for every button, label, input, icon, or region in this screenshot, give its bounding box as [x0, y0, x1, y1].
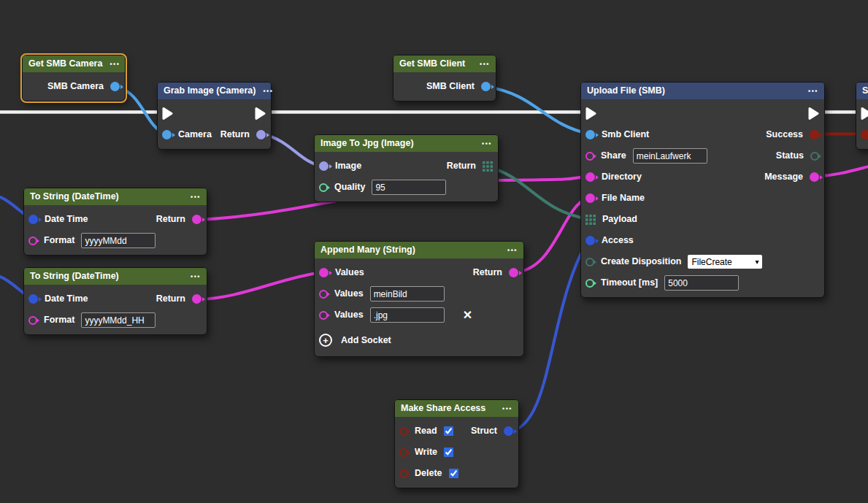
exec-in-pin-icon[interactable] — [861, 107, 868, 120]
exec-in-pin-icon[interactable] — [162, 107, 173, 120]
pin-label: SMB Camera — [47, 82, 104, 91]
input-pin-format[interactable] — [28, 237, 37, 245]
pin-label: Quality — [334, 183, 365, 192]
input-pin-create-disposition[interactable] — [585, 258, 594, 266]
pin-row: Access — [581, 230, 824, 251]
node-graph-canvas[interactable]: Get SMB Camera ••• SMB Camera Grab Image… — [0, 0, 868, 503]
pin-label: Format — [44, 315, 74, 325]
output-pin-return[interactable] — [509, 268, 518, 277]
node-header[interactable]: Append Many (String) ••• — [315, 242, 523, 258]
menu-dots-icon[interactable]: ••• — [110, 61, 120, 68]
pin-row: Quality — [315, 177, 498, 198]
node-header[interactable]: S — [856, 82, 868, 99]
input-pin-date-time[interactable] — [28, 215, 38, 224]
output-pin-return[interactable] — [192, 215, 201, 224]
input-pin-values-3[interactable] — [319, 311, 328, 320]
pin-label: Return — [156, 294, 185, 304]
pin-label: Delete — [415, 469, 442, 478]
input-pin-format[interactable] — [28, 316, 37, 325]
pin-row: Values Return — [315, 262, 523, 283]
grid-pin-return[interactable] — [483, 161, 493, 172]
node-title: Image To Jpg (Image) — [320, 139, 414, 148]
node-header[interactable]: To String (DateTime) ••• — [24, 268, 207, 285]
input-pin-share[interactable] — [585, 152, 594, 161]
input-pin-camera[interactable] — [162, 130, 172, 139]
node-grab-image[interactable]: Grab Image (Camera) ••• Camera Return — [157, 82, 272, 150]
input-pin-values-2[interactable] — [319, 290, 328, 299]
quality-input[interactable] — [372, 180, 446, 195]
menu-dots-icon[interactable]: ••• — [502, 405, 512, 412]
node-header[interactable]: Upload File (SMB) ••• — [581, 82, 824, 99]
output-pin-return[interactable] — [192, 294, 201, 304]
node-header[interactable]: Get SMB Camera ••• — [23, 55, 125, 72]
exec-out-pin-icon[interactable] — [808, 107, 819, 120]
menu-dots-icon[interactable]: ••• — [480, 61, 490, 68]
output-pin-smb-camera[interactable] — [110, 82, 120, 91]
menu-dots-icon[interactable]: ••• — [808, 88, 818, 95]
output-pin-status[interactable] — [810, 152, 819, 161]
input-pin-values-1[interactable] — [319, 268, 329, 277]
menu-dots-icon[interactable]: ••• — [191, 273, 201, 280]
node-title: S — [862, 86, 868, 96]
input-pin-write[interactable] — [399, 448, 408, 457]
output-pin-struct[interactable] — [504, 426, 513, 436]
delete-checkbox[interactable] — [449, 469, 458, 478]
input-pin-bool[interactable] — [861, 130, 868, 139]
node-title: Get SMB Client — [399, 59, 465, 69]
values-input-2[interactable] — [370, 286, 445, 302]
input-pin-smb-client[interactable] — [585, 130, 595, 139]
wire-grab-return-to-image[interactable] — [263, 134, 322, 166]
input-pin-read[interactable] — [399, 427, 408, 436]
menu-dots-icon[interactable]: ••• — [191, 193, 201, 201]
format-input[interactable] — [81, 233, 155, 248]
remove-socket-icon[interactable]: ✕ — [463, 310, 472, 321]
node-make-share-access[interactable]: Make Share Access ••• Read Struct Write … — [394, 399, 519, 488]
exec-out-pin-icon[interactable] — [255, 107, 266, 120]
grid-pin-payload[interactable] — [585, 215, 596, 225]
input-pin-quality[interactable] — [319, 183, 328, 192]
format-input[interactable] — [81, 312, 155, 328]
output-pin-success[interactable] — [810, 130, 819, 139]
exec-row — [158, 103, 271, 124]
input-pin-delete[interactable] — [399, 469, 408, 478]
share-input[interactable] — [633, 148, 707, 164]
pin-row: Values ✕ — [315, 304, 523, 326]
menu-dots-icon[interactable]: ••• — [482, 140, 492, 147]
node-header[interactable]: Get SMB Client ••• — [393, 55, 496, 72]
node-get-smb-client[interactable]: Get SMB Client ••• SMB Client — [393, 55, 496, 101]
create-disposition-select[interactable]: FileCreate ▾ — [688, 255, 762, 269]
input-pin-directory[interactable] — [585, 172, 595, 182]
exec-in-pin-icon[interactable] — [585, 107, 596, 120]
node-image-to-jpg[interactable]: Image To Jpg (Image) ••• Image Return Qu… — [314, 134, 499, 202]
input-pin-timeout[interactable] — [585, 279, 594, 288]
node-get-smb-camera[interactable]: Get SMB Camera ••• SMB Camera — [22, 55, 126, 101]
write-checkbox[interactable] — [444, 448, 453, 457]
add-socket-button[interactable]: + Add Socket — [319, 334, 391, 347]
input-pin-file-name[interactable] — [585, 193, 595, 203]
node-to-string-1[interactable]: To String (DateTime) ••• Date Time Retur… — [23, 188, 207, 256]
wire-tostring2-return-to-values[interactable] — [199, 272, 322, 299]
menu-dots-icon[interactable]: ••• — [263, 88, 273, 95]
node-append-many[interactable]: Append Many (String) ••• Values Return V… — [314, 241, 524, 357]
input-pin-access[interactable] — [585, 236, 595, 245]
wire-smb-client-to-smb-client[interactable] — [488, 87, 588, 134]
add-socket-row: + Add Socket — [315, 328, 523, 353]
input-pin-date-time[interactable] — [28, 294, 38, 304]
pin-row: Date Time Return — [24, 209, 207, 230]
output-pin-smb-client[interactable] — [481, 82, 491, 91]
menu-dots-icon[interactable]: ••• — [507, 247, 518, 254]
timeout-input[interactable] — [664, 275, 739, 291]
input-pin-image[interactable] — [319, 161, 329, 171]
node-header[interactable]: To String (DateTime) ••• — [24, 188, 207, 205]
node-header[interactable]: Image To Jpg (Image) ••• — [315, 135, 498, 152]
node-header[interactable]: Grab Image (Camera) ••• — [158, 82, 271, 99]
node-partial-right[interactable]: S — [856, 82, 868, 150]
read-checkbox[interactable] — [444, 426, 453, 436]
pin-label: Values — [334, 289, 364, 299]
node-header[interactable]: Make Share Access ••• — [395, 400, 518, 417]
node-upload-file[interactable]: Upload File (SMB) ••• Smb Client Success… — [580, 82, 825, 298]
values-input-3[interactable] — [370, 307, 445, 323]
output-pin-return[interactable] — [256, 130, 266, 139]
output-pin-message[interactable] — [810, 172, 819, 182]
node-to-string-2[interactable]: To String (DateTime) ••• Date Time Retur… — [23, 267, 207, 335]
